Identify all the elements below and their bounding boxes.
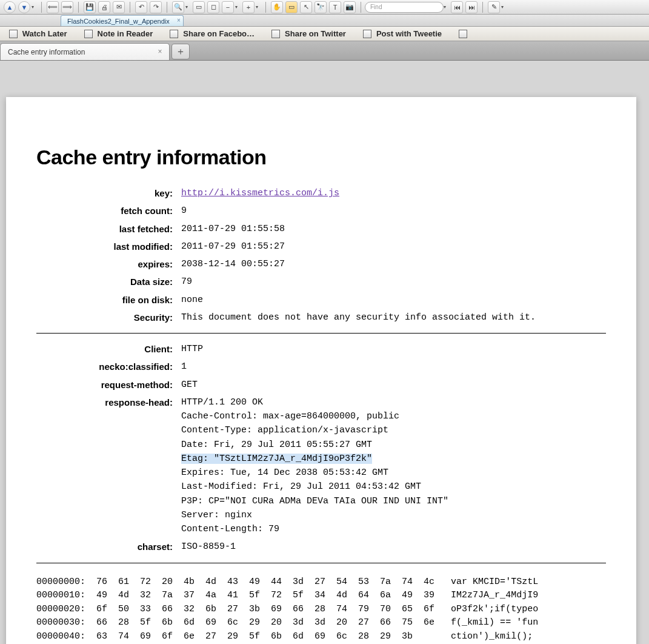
hexdump: 00000000: 76 61 72 20 4b 4d 43 49 44 3d … <box>36 575 606 644</box>
value-last-fetched: 2011-07-29 01:55:58 <box>181 222 606 236</box>
bookmark-bar: ter Watch Later Note in Reader Share on … <box>0 27 649 41</box>
find-prev-button[interactable]: ⏮ <box>451 1 463 13</box>
hand-tool-button[interactable]: ✋ <box>271 1 283 13</box>
browser-tab[interactable]: Cache entry information × <box>0 43 170 60</box>
label-client: Client: <box>36 342 173 356</box>
hex-row: 00000020: 6f 50 33 66 32 6b 27 3b 69 66 … <box>36 604 538 614</box>
bookmark-item[interactable]: Post with Tweetie <box>363 29 442 38</box>
hex-row: 00000040: 63 74 69 6f 6e 27 29 5f 6b 6d … <box>36 631 533 642</box>
label-security: Security: <box>36 310 173 324</box>
label-response-head: response-head: <box>36 395 173 537</box>
page-nav-dropdown-icon[interactable]: ▾ <box>32 4 36 10</box>
value-fetch-count: 9 <box>181 204 606 218</box>
print-button[interactable]: 🖨 <box>98 1 110 13</box>
value-data-size: 79 <box>181 275 606 289</box>
new-tab-button[interactable]: ＋ <box>171 44 190 59</box>
checkbox-icon <box>271 30 280 38</box>
checkbox-icon <box>170 30 178 38</box>
bookmark-label: Note in Reader <box>98 29 153 38</box>
value-file-on-disk: none <box>181 293 606 307</box>
value-request-method: GET <box>181 378 606 392</box>
save-button[interactable]: 💾 <box>84 1 96 13</box>
value-last-modified: 2011-07-29 01:55:27 <box>181 240 606 253</box>
edit-tool-button[interactable]: ✎ <box>488 1 500 13</box>
highlighted-etag: Etag: "TSztLIM2z7JA_r_4MdjI9oP3f2k" <box>181 454 372 464</box>
label-fetch-count: fetch count: <box>36 204 173 218</box>
zoom-in-button[interactable]: + <box>242 1 255 13</box>
checkbox-icon <box>84 30 93 38</box>
page-title: Cache entry information <box>36 146 606 169</box>
label-last-fetched: last fetched: <box>36 222 173 236</box>
checkbox-icon <box>459 30 467 38</box>
find-placeholder: Find <box>370 4 382 10</box>
checkbox-icon <box>363 30 371 38</box>
label-file-on-disk: file on disk: <box>36 293 173 307</box>
label-data-size: Data size: <box>36 275 173 289</box>
value-necko: 1 <box>181 360 606 374</box>
fit-page-button[interactable]: ◻ <box>207 1 219 13</box>
text-tool-button[interactable]: T <box>329 1 341 13</box>
viewport: Cache entry information key: http://i.ki… <box>0 61 649 644</box>
browser-tab-label: Cache entry information <box>8 48 85 56</box>
undo-button[interactable]: ↶ <box>135 1 147 13</box>
value-client: HTTP <box>181 342 606 356</box>
zoom-out-button[interactable]: − <box>222 1 234 13</box>
value-key: http://i.kissmetrics.com/i.js <box>181 186 606 200</box>
divider <box>36 563 606 563</box>
browser-tab-strip: Cache entry information × ＋ <box>0 41 649 61</box>
checkbox-icon <box>9 30 18 38</box>
label-expires: expires: <box>36 257 173 271</box>
divider <box>36 333 606 334</box>
value-security: This document does not have any security… <box>181 310 606 324</box>
close-icon[interactable]: × <box>177 17 181 24</box>
bookmark-item[interactable]: Share on Facebo… <box>170 29 255 38</box>
prev-page-button[interactable]: ▲ <box>4 1 16 13</box>
document-page: Cache entry information key: http://i.ki… <box>6 97 636 644</box>
bookmark-item[interactable]: Note in Reader <box>84 29 153 38</box>
select-tool-button[interactable]: ▭ <box>285 1 298 13</box>
section-2: Client: HTTP necko:classified: 1 request… <box>36 342 606 554</box>
edit-dropdown-icon[interactable]: ▾ <box>501 4 506 10</box>
find-input[interactable]: Find <box>365 2 444 13</box>
zoom-out-dropdown-icon[interactable]: ▾ <box>235 4 240 10</box>
hex-row: 00000030: 66 28 5f 6b 6d 69 6c 29 20 3d … <box>36 617 538 628</box>
section-1: key: http://i.kissmetrics.com/i.js fetch… <box>36 186 606 324</box>
document-tab[interactable]: FlashCookies2_Final_w_Appendix × <box>61 15 184 26</box>
value-charset: ISO-8859-1 <box>181 540 606 554</box>
label-request-method: request-method: <box>36 378 173 392</box>
snapshot-tool-button[interactable]: 📷 <box>344 1 356 13</box>
fit-width-button[interactable]: ▭ <box>193 1 205 13</box>
hex-row: 00000010: 49 4d 32 7a 37 4a 41 5f 72 5f … <box>36 590 538 600</box>
document-tab-label: FlashCookies2_Final_w_Appendix <box>67 18 170 25</box>
forward-button[interactable]: ⟹ <box>61 1 73 13</box>
zoom-actual-button[interactable]: 🔍 <box>172 1 184 13</box>
mail-button[interactable]: ✉ <box>113 1 125 13</box>
key-link[interactable]: http://i.kissmetrics.com/i.js <box>181 188 339 198</box>
pointer-tool-button[interactable]: ↖ <box>300 1 312 13</box>
document-tab-strip: FlashCookies2_Final_w_Appendix × <box>0 15 649 27</box>
bookmark-label: Post with Tweetie <box>376 29 442 38</box>
label-necko: necko:classified: <box>36 360 173 374</box>
redo-button[interactable]: ↷ <box>150 1 162 13</box>
find-next-button[interactable]: ⏭ <box>465 1 478 13</box>
binoculars-button[interactable]: 🔭 <box>315 1 327 13</box>
zoom-in-dropdown-icon[interactable]: ▾ <box>256 4 261 10</box>
back-button[interactable]: ⟸ <box>47 1 59 13</box>
find-dropdown-icon[interactable]: ▾ <box>444 4 448 10</box>
label-key: key: <box>36 186 173 200</box>
value-expires: 2038-12-14 00:55:27 <box>181 257 606 271</box>
bookmark-label: Share on Facebo… <box>183 29 255 38</box>
close-icon[interactable]: × <box>156 47 164 56</box>
bookmark-item[interactable]: Share on Twitter <box>271 29 346 38</box>
bookmark-item[interactable] <box>459 30 472 38</box>
hex-row: 00000000: 76 61 72 20 4b 4d 43 49 44 3d … <box>36 577 538 587</box>
value-response-head: HTTP/1.1 200 OK Cache-Control: max-age=8… <box>181 395 606 537</box>
bookmark-label: Watch Later <box>22 29 67 38</box>
next-page-button[interactable]: ▼ <box>18 1 30 13</box>
bookmark-label: Share on Twitter <box>285 29 346 38</box>
bookmark-item[interactable]: Watch Later <box>9 29 67 38</box>
label-charset: charset: <box>36 540 173 554</box>
zoom-dropdown-icon[interactable]: ▾ <box>185 4 190 10</box>
pdf-toolbar: ▲ ▼ ▾ ⟸ ⟹ 💾 🖨 ✉ ↶ ↷ 🔍 ▾ ▭ ◻ − ▾ + ▾ ✋ ▭ … <box>0 0 649 15</box>
label-last-modified: last modified: <box>36 240 173 253</box>
